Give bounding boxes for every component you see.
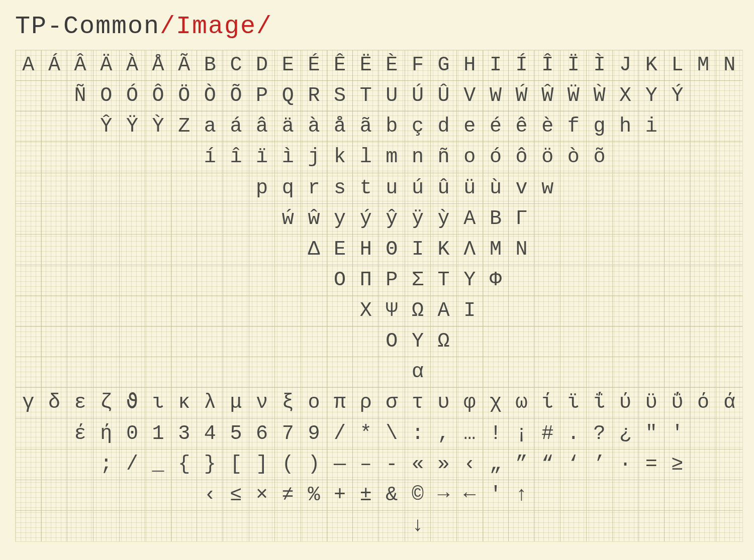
glyph-cell bbox=[120, 296, 146, 326]
glyph-cell bbox=[16, 235, 42, 265]
glyph: ó bbox=[490, 147, 502, 167]
glyph-cell bbox=[691, 450, 717, 480]
glyph: ϑ bbox=[126, 393, 138, 413]
glyph-cell bbox=[535, 296, 561, 326]
glyph: J bbox=[619, 55, 631, 75]
glyph-cell: ≤ bbox=[223, 480, 249, 511]
glyph-cell: Υ bbox=[405, 326, 431, 357]
glyph: υ bbox=[438, 393, 450, 413]
glyph: ) bbox=[308, 455, 320, 475]
glyph: . bbox=[568, 424, 580, 444]
glyph-cell bbox=[665, 111, 691, 142]
glyph-cell: O bbox=[93, 81, 120, 111]
glyph-cell bbox=[223, 265, 249, 296]
glyph-cell bbox=[535, 235, 561, 265]
glyph: Ã bbox=[178, 55, 190, 75]
glyph: Α bbox=[463, 209, 476, 229]
glyph-cell bbox=[665, 265, 691, 296]
glyph-cell bbox=[16, 511, 42, 541]
glyph-cell: γ bbox=[16, 388, 42, 418]
glyph-cell bbox=[249, 326, 275, 357]
glyph-cell: É bbox=[301, 50, 327, 81]
glyph: Ÿ bbox=[126, 117, 138, 137]
glyph-cell: Ï bbox=[560, 50, 587, 81]
glyph: ι bbox=[152, 393, 164, 413]
glyph-cell bbox=[638, 326, 665, 357]
glyph-cell: m bbox=[379, 142, 405, 173]
glyph: Ẁ bbox=[593, 86, 605, 106]
glyph-cell: ¿ bbox=[613, 419, 639, 450]
glyph-cell bbox=[16, 326, 42, 357]
glyph-cell bbox=[691, 111, 717, 142]
glyph: Ε bbox=[334, 240, 346, 260]
glyph: w bbox=[541, 178, 553, 198]
glyph-cell: _ bbox=[145, 450, 171, 480]
glyph-cell bbox=[171, 357, 198, 388]
glyph-cell bbox=[638, 173, 665, 204]
glyph-cell: F bbox=[405, 50, 431, 81]
glyph-cell bbox=[249, 235, 275, 265]
glyph-cell: f bbox=[560, 111, 587, 142]
glyph: Γ bbox=[516, 209, 528, 229]
glyph-cell: M bbox=[691, 50, 717, 81]
glyph: ô bbox=[516, 147, 528, 167]
glyph-cell bbox=[665, 326, 691, 357]
glyph-cell bbox=[16, 81, 42, 111]
glyph-cell: Ẁ bbox=[587, 81, 613, 111]
glyph: É bbox=[308, 55, 320, 75]
glyph: Â bbox=[74, 55, 86, 75]
glyph: Ì bbox=[593, 55, 605, 75]
glyph: û bbox=[438, 178, 450, 198]
glyph-cell bbox=[716, 265, 742, 296]
breadcrumb-sep-2: / bbox=[256, 12, 272, 41]
glyph-cell bbox=[535, 326, 561, 357]
glyph-cell: Μ bbox=[483, 235, 509, 265]
glyph: © bbox=[412, 485, 424, 505]
glyph-cell: ΐ bbox=[587, 388, 613, 418]
glyph: Á bbox=[48, 55, 60, 75]
glyph-cell: Ŷ bbox=[93, 111, 120, 142]
glyph-cell: ü bbox=[457, 173, 483, 204]
glyph: k bbox=[334, 147, 346, 167]
glyph: U bbox=[386, 86, 398, 106]
glyph-cell bbox=[145, 173, 171, 204]
glyph: 5 bbox=[230, 424, 242, 444]
glyph-cell bbox=[638, 235, 665, 265]
glyph-cell bbox=[171, 173, 198, 204]
glyph: ω bbox=[516, 393, 528, 413]
glyph-cell bbox=[275, 296, 301, 326]
glyph-cell: “ bbox=[535, 450, 561, 480]
glyph: Ω bbox=[438, 331, 450, 352]
glyph: ? bbox=[593, 424, 605, 444]
glyph-cell: ' bbox=[665, 419, 691, 450]
glyph-cell: \ bbox=[379, 419, 405, 450]
glyph-cell bbox=[560, 173, 587, 204]
glyph-cell: Y bbox=[638, 81, 665, 111]
glyph: s bbox=[334, 178, 346, 198]
glyph-cell: 6 bbox=[249, 419, 275, 450]
glyph-cell: ç bbox=[405, 111, 431, 142]
glyph: ≥ bbox=[671, 455, 683, 475]
glyph: Ý bbox=[671, 86, 683, 106]
glyph-cell: ΰ bbox=[665, 388, 691, 418]
glyph-cell: # bbox=[535, 419, 561, 450]
glyph-cell: ÿ bbox=[405, 204, 431, 235]
glyph-cell bbox=[587, 357, 613, 388]
glyph: Ö bbox=[178, 86, 190, 106]
glyph-cell bbox=[223, 173, 249, 204]
glyph: A bbox=[22, 55, 34, 75]
glyph-cell bbox=[223, 296, 249, 326]
glyph-cell: , bbox=[431, 419, 457, 450]
glyph-cell bbox=[535, 357, 561, 388]
glyph-cell bbox=[691, 419, 717, 450]
glyph-cell: Ó bbox=[120, 81, 146, 111]
glyph: j bbox=[308, 147, 320, 167]
glyph: κ bbox=[178, 393, 190, 413]
glyph-cell: è bbox=[535, 111, 561, 142]
glyph: ΰ bbox=[671, 393, 683, 413]
glyph-cell bbox=[16, 204, 42, 235]
glyph: m bbox=[386, 147, 398, 167]
glyph-cell bbox=[301, 326, 327, 357]
glyph: ; bbox=[100, 455, 112, 475]
glyph: : bbox=[412, 424, 424, 444]
